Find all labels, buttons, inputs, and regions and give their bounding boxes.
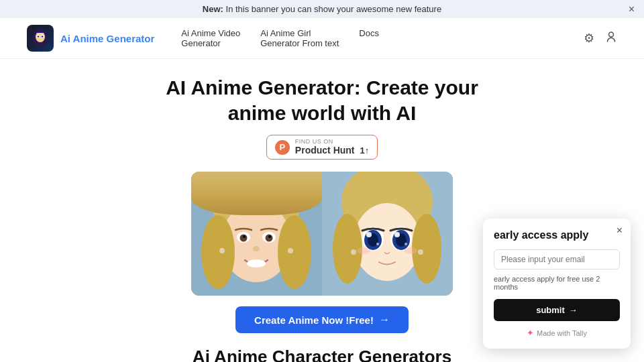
svg-point-5 [42, 36, 43, 37]
nav-link-docs[interactable]: Docs [359, 28, 379, 38]
svg-point-15 [243, 235, 246, 238]
logo-icon [30, 28, 50, 48]
top-banner: New: In this banner you can show your aw… [0, 0, 644, 18]
product-hunt-icon: P [275, 140, 290, 155]
face-left-real [191, 172, 322, 296]
hero-image [191, 172, 453, 296]
svg-point-19 [219, 248, 225, 253]
settings-icon: ⚙ [584, 31, 594, 46]
char-gen-title: Ai Anime Character Generators [193, 347, 451, 362]
svg-point-16 [268, 235, 271, 238]
svg-point-18 [247, 259, 266, 267]
svg-point-35 [405, 243, 407, 245]
hero-title: AI Anime Generator: Create your anime wo… [166, 75, 478, 125]
create-button[interactable]: Create Anime Now !Free! → [235, 306, 409, 333]
svg-point-38 [357, 247, 370, 254]
svg-point-13 [240, 235, 248, 242]
product-hunt-text: FIND US ON Product Hunt 1↑ [295, 139, 369, 156]
user-icon [605, 31, 617, 46]
hair-left [191, 172, 322, 215]
popup-footer: ✦ Made with Tally [494, 328, 620, 338]
popup-hint-text: early access apply for free use 2 months [494, 275, 620, 291]
svg-point-39 [404, 247, 417, 254]
svg-point-14 [266, 235, 273, 242]
user-icon-button[interactable] [605, 31, 617, 46]
banner-new-label: New: [203, 4, 223, 14]
svg-point-24 [333, 214, 362, 284]
settings-icon-button[interactable]: ⚙ [584, 31, 594, 46]
email-input[interactable] [494, 249, 620, 269]
popup-submit-button[interactable]: submit → [494, 299, 620, 321]
svg-point-17 [253, 246, 260, 251]
svg-point-32 [366, 232, 372, 237]
svg-point-37 [418, 249, 423, 255]
product-hunt-badge[interactable]: P FIND US ON Product Hunt 1↑ [266, 135, 378, 160]
svg-point-1 [36, 32, 45, 42]
banner-body-text: In this banner you can show your awesome… [226, 4, 442, 14]
nav-link-video[interactable]: Ai Anime Video Generator [181, 28, 240, 48]
nav-logo[interactable]: Ai Anime Generator [27, 25, 154, 52]
svg-point-9 [201, 215, 235, 289]
logo-image [27, 25, 54, 52]
popup-title: early access apply [494, 229, 620, 241]
nav-icon-group: ⚙ [584, 31, 617, 46]
nav-logo-text: Ai Anime Generator [60, 33, 154, 44]
face-pair [191, 172, 453, 296]
face-right-anime [322, 172, 453, 296]
face-anime-svg [322, 172, 453, 296]
svg-point-25 [412, 214, 441, 284]
nav-links: Ai Anime Video Generator Ai Anime Girl G… [181, 28, 557, 48]
early-access-popup: × early access apply early access apply … [483, 219, 631, 349]
banner-close-button[interactable]: × [629, 3, 635, 15]
nav-link-girl[interactable]: Ai Anime Girl Generator From text [260, 28, 339, 48]
svg-point-34 [376, 243, 379, 245]
popup-close-button[interactable]: × [616, 225, 623, 236]
svg-point-10 [278, 215, 311, 289]
navbar: Ai Anime Generator Ai Anime Video Genera… [0, 18, 644, 59]
svg-point-33 [394, 232, 400, 237]
tally-star-icon: ✦ [527, 328, 534, 338]
svg-point-20 [288, 248, 293, 253]
svg-point-36 [351, 249, 356, 255]
svg-point-4 [38, 36, 39, 37]
